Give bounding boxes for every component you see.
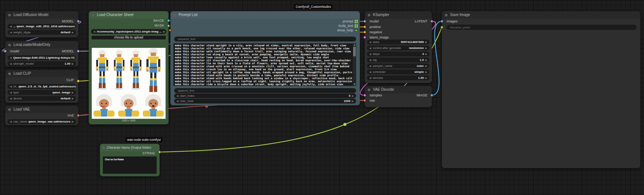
left-arrow-icon[interactable]: ◀ — [10, 25, 12, 28]
widget-scheduler[interactable]: ◀schedulersimple▶ — [367, 69, 430, 74]
left-arrow-icon[interactable]: ◀ — [369, 59, 371, 62]
node-load-vae[interactable]: Load VAE VAE ◀vae_nameqwen_image_vae.saf… — [5, 106, 78, 125]
right-arrow-icon[interactable]: ▶ — [352, 95, 354, 98]
right-arrow-icon[interactable]: ▶ — [425, 53, 427, 56]
widget-clip-name[interactable]: ◀cli...qwen_2.5_vl_7b_fp8_scaled.safeten… — [7, 84, 76, 89]
node-load-diffusion-model[interactable]: Load Diffusion Model MODEL ◀... qwen_ima… — [5, 11, 78, 37]
widget-model-name[interactable]: ◀... qwen_image_edit_2511_bf16.safetenso… — [7, 24, 76, 29]
left-arrow-icon[interactable]: ◀ — [10, 91, 12, 94]
port-positive-in[interactable] — [363, 25, 366, 28]
right-arrow-icon[interactable]: ▶ — [425, 59, 427, 62]
node-lora-loader[interactable]: LoraLoaderModelOnly model MODEL ◀Qwen-Im… — [5, 41, 78, 66]
port-image-out[interactable] — [167, 19, 170, 22]
node-ksampler[interactable]: KSampler model positive negative latent_… — [365, 11, 432, 83]
widget-max-rows[interactable]: ◀max_rows1000▶ — [174, 99, 356, 103]
right-arrow-icon[interactable]: ▶ — [163, 30, 165, 33]
upload-button[interactable]: choose file to upload — [91, 35, 166, 40]
port-model-in[interactable] — [4, 50, 7, 53]
port-negative-in[interactable] — [363, 31, 366, 34]
widget-lora-name[interactable]: ◀Qwen-Image-Edit-2511-Lightning-4steps-V… — [7, 55, 76, 60]
collapse-dot[interactable] — [8, 72, 11, 75]
widget-seed[interactable]: ◀seed90574114697890▶ — [367, 40, 430, 44]
node-load-character-sheet[interactable]: Load Character Sheet IMAGE MASK ◀#commun… — [89, 11, 169, 124]
collapse-dot[interactable] — [8, 44, 11, 46]
collapse-dot[interactable] — [173, 14, 176, 16]
left-arrow-icon[interactable]: ◀ — [10, 97, 12, 100]
widget-start-index[interactable]: ◀start_index0▶ — [174, 93, 356, 98]
widget-denoise[interactable]: ◀denoise1.00▶ — [367, 75, 430, 80]
node-prompt-list[interactable]: Prompt List prompt body_text show_help p… — [170, 11, 360, 105]
left-arrow-icon[interactable]: ◀ — [176, 100, 178, 103]
node-load-clip[interactable]: Load CLIP CLIP ◀cli...qwen_2.5_vl_7b_fp8… — [5, 70, 78, 103]
right-arrow-icon[interactable]: ▶ — [72, 31, 74, 34]
left-arrow-icon[interactable]: ◀ — [369, 71, 371, 74]
character-name-textarea[interactable]: CharacterName — [103, 157, 157, 174]
node-graph-canvas[interactable]: Load Diffusion Model MODEL ◀... qwen_ima… — [0, 0, 644, 195]
list-output-icon[interactable] — [355, 20, 358, 23]
right-arrow-icon[interactable]: ▶ — [425, 47, 427, 50]
scrollbar[interactable] — [353, 43, 356, 86]
list-output-icon[interactable] — [355, 24, 358, 28]
right-arrow-icon[interactable]: ▶ — [425, 77, 427, 80]
left-arrow-icon[interactable]: ◀ — [93, 30, 95, 33]
right-arrow-icon[interactable]: ▶ — [72, 97, 74, 100]
node-save-image[interactable]: Save Image images filename_prefix — [442, 11, 640, 168]
collapse-dot[interactable] — [8, 108, 11, 111]
right-arrow-icon[interactable]: ▶ — [352, 100, 354, 103]
collapse-dot[interactable] — [92, 14, 94, 16]
widget-control-after-generate[interactable]: ◀control after generaterandomize▶ — [367, 46, 430, 50]
scroll-down-icon[interactable] — [354, 84, 356, 85]
append-text-input[interactable]: append_text — [174, 88, 356, 93]
right-arrow-icon[interactable]: ▶ — [72, 91, 74, 94]
node-character-name[interactable]: Character Name (Output folder) STRING Ch… — [100, 144, 160, 176]
right-arrow-icon[interactable]: ▶ — [425, 71, 427, 74]
right-arrow-icon[interactable]: ▶ — [425, 65, 427, 68]
widget-weight-dtype[interactable]: ◀weight_dtypedefault▶ — [7, 30, 76, 35]
port-model-out[interactable] — [77, 50, 80, 53]
widget-sampler-name[interactable]: ◀sampler_nameeuler▶ — [367, 64, 430, 68]
left-arrow-icon[interactable]: ◀ — [10, 56, 12, 59]
collapse-dot[interactable] — [368, 89, 370, 91]
widget-type[interactable]: ◀typeqwen_image▶ — [7, 90, 76, 95]
scroll-up-icon[interactable] — [354, 44, 356, 46]
scroll-thumb[interactable] — [353, 47, 356, 56]
widget-strength-model[interactable]: ◀strength_model1.00▶ — [7, 61, 76, 66]
widget-vae-name[interactable]: ◀vae_nameqwen_image_vae.safetensors▶ — [7, 119, 76, 124]
right-arrow-icon[interactable]: ▶ — [72, 120, 74, 123]
left-arrow-icon[interactable]: ◀ — [369, 41, 371, 44]
port-vae-in[interactable] — [363, 99, 366, 102]
port-samples-in[interactable] — [363, 94, 366, 97]
left-arrow-icon[interactable]: ◀ — [10, 31, 12, 34]
left-arrow-icon[interactable]: ◀ — [176, 95, 178, 98]
node-vae-decode[interactable]: VAE Decode samples vae IMAGE — [365, 86, 432, 107]
port-string-out[interactable] — [158, 151, 161, 154]
port-latent-image-in[interactable] — [363, 36, 366, 39]
port-image-out[interactable] — [430, 94, 433, 97]
port-model-out[interactable] — [77, 20, 80, 23]
port-clip-out[interactable] — [77, 80, 80, 83]
port-latent-out[interactable] — [430, 20, 433, 23]
prompt-list-textarea[interactable]: make this character stand upright in a c… — [173, 43, 356, 86]
widget-device[interactable]: ◀devicedefault▶ — [7, 96, 76, 101]
collapse-dot[interactable] — [8, 14, 11, 16]
string-output-dot[interactable] — [355, 29, 358, 32]
widget-steps[interactable]: ◀steps4▶ — [367, 52, 430, 56]
left-arrow-icon[interactable]: ◀ — [369, 77, 371, 80]
collapse-dot[interactable] — [445, 14, 447, 16]
widget-cfg[interactable]: ◀cfg1.0▶ — [367, 58, 430, 62]
port-model-in[interactable] — [363, 20, 366, 23]
collapse-dot[interactable] — [102, 146, 105, 149]
left-arrow-icon[interactable]: ◀ — [369, 47, 371, 50]
left-arrow-icon[interactable]: ◀ — [369, 65, 371, 68]
left-arrow-icon[interactable]: ◀ — [10, 85, 12, 88]
prepend-text-input[interactable]: prepend_text — [174, 37, 356, 41]
port-mask-out[interactable] — [167, 24, 170, 27]
filename-prefix-input[interactable]: filename_prefix — [446, 25, 637, 30]
port-images-in[interactable] — [440, 20, 443, 23]
right-arrow-icon[interactable]: ▶ — [72, 62, 74, 65]
port-filename-prefix-in[interactable] — [440, 26, 443, 29]
widget-image-file[interactable]: ◀#community_inputs/qwen-2511-single-imag… — [91, 29, 166, 34]
collapse-dot[interactable] — [368, 14, 370, 16]
left-arrow-icon[interactable]: ◀ — [10, 62, 12, 65]
port-vae-out[interactable] — [77, 114, 80, 117]
